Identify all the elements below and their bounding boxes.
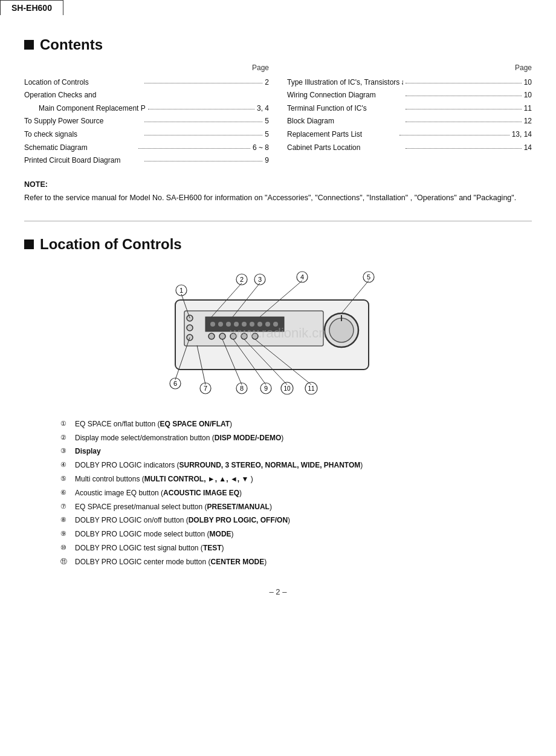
legend-item-9: ⑨ DOLBY PRO LOGIC mode select button (MO…	[60, 527, 532, 541]
controls-legend: ① EQ SPACE on/flat button (EQ SPACE ON/F…	[24, 417, 532, 569]
svg-point-3	[210, 322, 215, 327]
svg-text:9: 9	[264, 385, 268, 392]
svg-point-16	[219, 333, 225, 339]
svg-point-9	[257, 322, 262, 327]
contents-row: Block Diagram 12	[287, 115, 532, 128]
contents-table: Page Location of Controls 2 Operation Ch…	[24, 62, 532, 168]
square-icon	[24, 40, 34, 50]
contents-row: Replacement Parts List 13, 14	[287, 128, 532, 142]
location-controls-title: Location of Controls	[40, 236, 182, 253]
svg-point-19	[252, 333, 258, 339]
legend-item-11: ⑪ DOLBY PRO LOGIC center mode button (CE…	[60, 555, 532, 569]
page-number: – 2 –	[270, 587, 287, 596]
svg-point-5	[226, 322, 231, 327]
svg-text:1: 1	[179, 287, 183, 294]
legend-item-5: ⑤ Multi control buttons (MULTI CONTROL, …	[60, 472, 532, 486]
model-tab: SH-EH600	[0, 0, 63, 15]
svg-point-13	[187, 325, 193, 331]
svg-point-15	[208, 333, 215, 339]
svg-text:4: 4	[300, 273, 304, 281]
svg-point-4	[218, 322, 223, 327]
contents-title: Contents	[40, 36, 103, 53]
contents-row: To Supply Power Source 5	[24, 115, 269, 128]
contents-row: Terminal Function of IC's 11	[287, 102, 532, 116]
svg-text:5: 5	[367, 273, 370, 281]
contents-row: Type Illustration of IC's, Transistors a…	[287, 76, 532, 90]
svg-text:7: 7	[204, 385, 207, 392]
svg-point-7	[242, 322, 247, 327]
contents-row: Printed Circuit Board Diagram 9	[24, 154, 269, 168]
svg-point-18	[241, 333, 247, 339]
page-label-left: Page	[24, 62, 269, 75]
legend-item-1: ① EQ SPACE on/flat button (EQ SPACE ON/F…	[60, 417, 532, 431]
contents-row: Cabinet Parts Location 14	[287, 142, 532, 155]
legend-item-7: ⑦ EQ SPACE preset/manual select button (…	[60, 500, 532, 514]
contents-row: Wiring Connection Diagram 10	[287, 89, 532, 102]
svg-point-6	[234, 322, 239, 327]
contents-row: Operation Checks and	[24, 89, 269, 102]
page-label-right: Page	[287, 62, 532, 75]
svg-point-8	[250, 322, 254, 327]
legend-item-3: ③ Display	[60, 445, 532, 458]
legend-item-8: ⑧ DOLBY PRO LOGIC on/off button (DOLBY P…	[60, 513, 532, 527]
diagram-area: www.radionik.cn	[24, 264, 532, 403]
square-icon-2	[24, 240, 34, 249]
contents-row: To check signals 5	[24, 128, 269, 142]
svg-text:8: 8	[240, 385, 244, 392]
svg-text:10: 10	[283, 385, 291, 392]
svg-text:3: 3	[258, 276, 262, 283]
contents-row: Location of Controls 2	[24, 76, 269, 90]
svg-text:2: 2	[240, 276, 244, 283]
legend-item-6: ⑥ Acoustic image EQ button (ACOUSTIC IMA…	[60, 486, 532, 500]
svg-text:6: 6	[173, 380, 177, 387]
svg-point-17	[230, 333, 236, 339]
legend-item-4: ④ DOLBY PRO LOGIC indicators (SURROUND, …	[60, 458, 532, 472]
note-section: NOTE: Refer to the service manual for Mo…	[24, 178, 532, 204]
legend-item-2: ② Display mode select/demonstration butt…	[60, 431, 532, 445]
note-title: NOTE:	[24, 178, 532, 191]
page-footer: – 2 –	[24, 587, 532, 596]
contents-left-col: Page Location of Controls 2 Operation Ch…	[24, 62, 269, 168]
contents-heading: Contents	[24, 36, 532, 53]
contents-right-col: Page Type Illustration of IC's, Transist…	[287, 62, 532, 168]
location-controls-heading: Location of Controls	[24, 236, 532, 253]
legend-item-10: ⑩ DOLBY PRO LOGIC test signal button (TE…	[60, 541, 532, 555]
svg-point-21	[329, 318, 354, 342]
svg-point-10	[265, 322, 270, 327]
note-body: Refer to the service manual for Model No…	[24, 192, 532, 204]
svg-text:11: 11	[308, 385, 315, 392]
svg-point-11	[273, 322, 278, 327]
contents-row: Schematic Diagram 6 ~ 8	[24, 142, 269, 155]
device-diagram-svg: 1 2 3 4 5 6	[127, 264, 429, 403]
contents-row: Main Component Replacement Procedures 3,…	[24, 102, 269, 116]
